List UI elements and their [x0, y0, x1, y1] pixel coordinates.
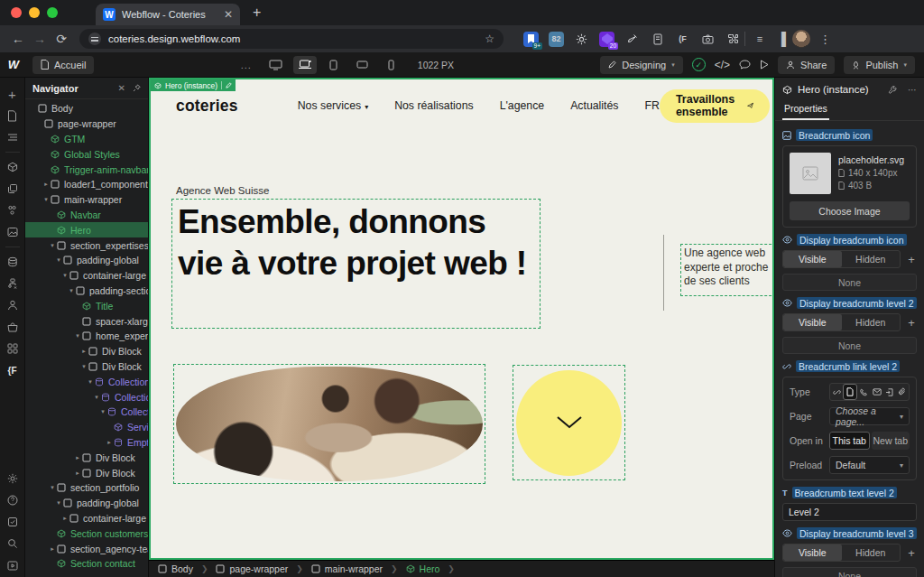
- navigator-item-padding-global[interactable]: ▾padding-global: [25, 496, 148, 511]
- expander-closed-icon[interactable]: ▸: [74, 470, 81, 477]
- nav-link-l-agence[interactable]: L'agence: [500, 99, 545, 112]
- finsweet-icon[interactable]: {F: [3, 360, 23, 380]
- nav-link-fr[interactable]: FR: [644, 99, 659, 112]
- navigator-item-body[interactable]: Body: [25, 101, 148, 116]
- breakpoint-tablet-icon[interactable]: [322, 56, 346, 74]
- audit-icon[interactable]: [3, 512, 23, 532]
- expander-closed-icon[interactable]: ▸: [49, 545, 56, 553]
- add-icon[interactable]: +: [3, 84, 23, 104]
- users-icon[interactable]: [3, 295, 23, 315]
- ext-eyedropper[interactable]: [624, 32, 640, 47]
- tab-close-icon[interactable]: ✕: [224, 8, 233, 21]
- close-window-button[interactable]: [11, 7, 22, 18]
- reload-button[interactable]: ⟳: [51, 32, 72, 46]
- nav-link-actualit-s[interactable]: Actualités: [570, 99, 618, 112]
- tab-properties[interactable]: Properties: [782, 101, 829, 120]
- ext-camera[interactable]: [700, 32, 716, 47]
- breakpoints-more-button[interactable]: ...: [241, 60, 252, 70]
- hidden-option[interactable]: Hidden: [842, 544, 901, 561]
- new-tab-option[interactable]: New tab: [872, 432, 910, 450]
- navigator-item-padding-section-med[interactable]: ▾padding-section-med: [25, 284, 148, 299]
- expander-open-icon[interactable]: ▾: [68, 287, 75, 294]
- image-thumbnail[interactable]: [790, 153, 831, 194]
- ext-flag[interactable]: 9+: [523, 32, 539, 47]
- expander-closed-icon[interactable]: ▸: [61, 515, 69, 522]
- link-type-url-icon[interactable]: [830, 384, 843, 400]
- mode-dropdown[interactable]: Designing ▾: [600, 56, 682, 74]
- navigator-item-page-wrapper[interactable]: page-wrapper: [25, 116, 148, 132]
- expander-open-icon[interactable]: ▾: [55, 499, 62, 507]
- visible-option[interactable]: Visible: [783, 251, 842, 267]
- navigator-item-loader1-component[interactable]: ▸loader1_component: [25, 177, 148, 192]
- breadcrumb-page-wrapper[interactable]: page-wrapper: [216, 563, 288, 574]
- site-logo[interactable]: coteries: [176, 97, 238, 116]
- breakpoint-desktop-icon[interactable]: [264, 56, 288, 74]
- component-settings-icon[interactable]: [888, 85, 897, 94]
- navigator-item-hero[interactable]: Hero: [25, 222, 148, 237]
- code-export-icon[interactable]: </>: [715, 59, 730, 71]
- navigator-item-padding-global[interactable]: ▾padding-global: [25, 253, 148, 268]
- expander-open-icon[interactable]: ▾: [80, 363, 88, 370]
- browser-menu-icon[interactable]: ⋮: [819, 33, 831, 46]
- navigator-item-section-contact[interactable]: Section contact: [25, 556, 148, 572]
- navigator-item-gtm[interactable]: GTM: [25, 132, 148, 147]
- heading-selection-box[interactable]: Ensemble, donnons vie à votre projet web…: [171, 199, 541, 329]
- navigator-item-div-block[interactable]: ▾Div Block: [25, 359, 148, 375]
- navigator-icon[interactable]: [3, 127, 23, 147]
- condition-none-button[interactable]: None: [782, 567, 917, 577]
- variables-icon[interactable]: [3, 200, 23, 220]
- navigator-item-section-agency-team[interactable]: ▸section_agency-team: [25, 541, 148, 556]
- navigator-item-div-block[interactable]: ▸Div Block: [25, 450, 148, 465]
- bookmark-star-icon[interactable]: ☆: [485, 33, 494, 45]
- visible-option[interactable]: Visible: [783, 314, 842, 330]
- cms-icon[interactable]: [3, 252, 23, 272]
- layers-icon[interactable]: [3, 179, 23, 199]
- side-panel-icon[interactable]: ▐: [771, 32, 792, 46]
- publish-button[interactable]: Publish ▾: [844, 56, 915, 74]
- breadcrumb-main-wrapper[interactable]: main-wrapper: [311, 563, 383, 574]
- breadcrumb-hero[interactable]: Hero: [406, 563, 440, 574]
- settings-icon[interactable]: [3, 469, 23, 489]
- condition-none-button[interactable]: None: [782, 274, 917, 291]
- ext-puzzle[interactable]: [725, 32, 741, 47]
- expander-open-icon[interactable]: ▾: [99, 408, 106, 415]
- ext-counter[interactable]: 82: [549, 32, 564, 47]
- expander-open-icon[interactable]: ▾: [42, 196, 50, 203]
- navigator-item-empty-state[interactable]: ▸Empty State: [25, 435, 148, 451]
- panel-more-icon[interactable]: ⋯: [908, 85, 917, 95]
- breakpoint-landscape-icon[interactable]: [351, 56, 374, 74]
- scroll-down-circle[interactable]: [516, 370, 622, 476]
- expander-closed-icon[interactable]: ▸: [80, 348, 88, 355]
- new-tab-button[interactable]: +: [253, 5, 261, 21]
- breadcrumb-body[interactable]: Body: [158, 563, 193, 574]
- preload-select[interactable]: Default ▾: [829, 456, 910, 474]
- components-icon[interactable]: [3, 157, 23, 177]
- photo-selection-box[interactable]: [173, 364, 485, 484]
- back-button[interactable]: ←: [7, 32, 29, 46]
- link-type-email-icon[interactable]: [871, 384, 883, 400]
- pages-icon[interactable]: [3, 106, 23, 126]
- nav-link-nos-r-alisations[interactable]: Nos réalisations: [394, 99, 473, 112]
- add-condition-icon[interactable]: +: [906, 316, 917, 330]
- assets-icon[interactable]: [3, 222, 23, 242]
- navigator-item-global-styles[interactable]: Global Styles: [25, 146, 148, 162]
- help-icon[interactable]: [3, 490, 23, 510]
- ext-font[interactable]: (F: [675, 32, 690, 47]
- logic-icon[interactable]: [3, 274, 23, 293]
- navigator-item-trigger-anim-navbar[interactable]: Trigger-anim-navbar: [25, 162, 148, 177]
- navigator-item-spacer-xlarge[interactable]: spacer-xlarge: [25, 313, 148, 329]
- cta-button[interactable]: Travaillons ensemble: [660, 89, 770, 123]
- expander-open-icon[interactable]: ▾: [61, 272, 69, 279]
- navigator-item-collection[interactable]: ▾Collection: [25, 405, 148, 420]
- navigator-item-home-expertises-g[interactable]: ▾home_expertises-g: [25, 329, 148, 344]
- navigator-item-service[interactable]: Service: [25, 420, 148, 435]
- page-selector-button[interactable]: Accueil: [32, 56, 94, 74]
- breakpoint-laptop-icon[interactable]: [293, 56, 317, 74]
- hidden-option[interactable]: Hidden: [842, 314, 901, 330]
- this-tab-option[interactable]: This tab: [829, 432, 870, 450]
- link-type-phone-icon[interactable]: [857, 384, 870, 400]
- media-icon[interactable]: [3, 555, 23, 575]
- expander-open-icon[interactable]: ▾: [55, 256, 62, 264]
- navigator-item-container-large[interactable]: ▸container-large: [25, 511, 148, 526]
- navigator-item-title[interactable]: Title: [25, 298, 148, 313]
